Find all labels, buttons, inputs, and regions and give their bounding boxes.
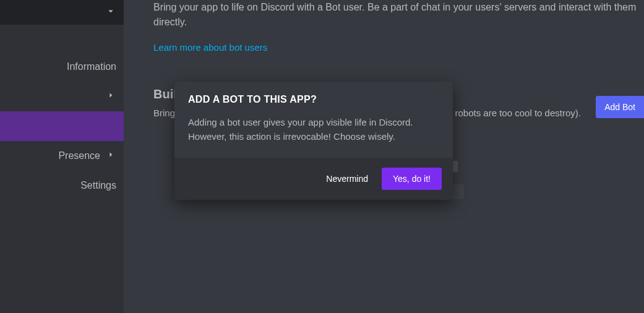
modal-backdrop[interactable]: ADD A BOT TO THIS APP? Adding a bot user… <box>0 0 644 313</box>
modal-footer: Nevermind Yes, do it! <box>174 158 453 200</box>
confirm-button[interactable]: Yes, do it! <box>382 168 442 190</box>
modal-body-text: Adding a bot user gives your app visible… <box>174 108 453 158</box>
modal-title: ADD A BOT TO THIS APP? <box>174 82 453 108</box>
confirm-modal: ADD A BOT TO THIS APP? Adding a bot user… <box>174 82 453 200</box>
cancel-button[interactable]: Nevermind <box>324 169 371 189</box>
